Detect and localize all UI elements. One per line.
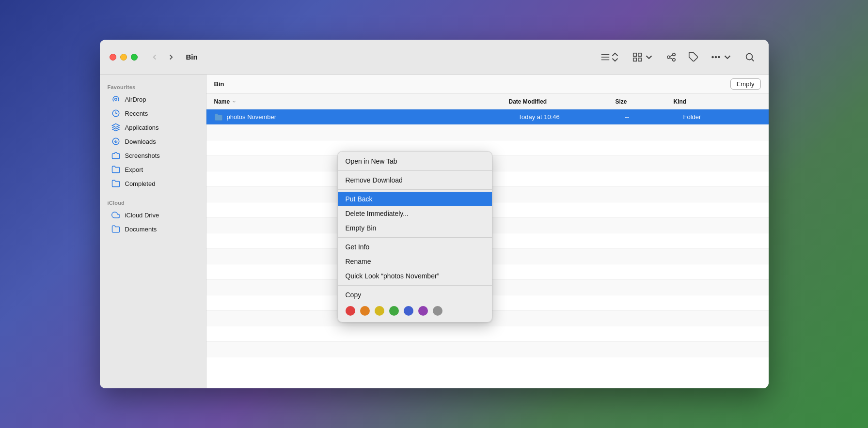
toolbar-actions bbox=[596, 49, 759, 65]
context-menu-separator2 bbox=[338, 189, 492, 190]
table-row[interactable]: photos November Today at 10:46 -- Folder bbox=[206, 109, 769, 125]
more-options-button[interactable] bbox=[707, 49, 737, 65]
color-dot-yellow[interactable] bbox=[375, 306, 384, 316]
table-row[interactable] bbox=[206, 125, 769, 140]
applications-label: Applications bbox=[125, 124, 159, 131]
file-kind: Folder bbox=[683, 113, 761, 121]
sidebar-item-completed[interactable]: Completed bbox=[104, 177, 202, 190]
sidebar-item-documents[interactable]: Documents bbox=[104, 222, 202, 236]
file-date: Today at 10:46 bbox=[519, 113, 625, 121]
completed-folder-icon bbox=[111, 179, 120, 188]
documents-label: Documents bbox=[125, 226, 157, 233]
name-column-header[interactable]: Name bbox=[214, 98, 509, 105]
favourites-label: Favourites bbox=[100, 80, 206, 92]
maximize-button[interactable] bbox=[131, 54, 138, 61]
file-name-cell: photos November bbox=[214, 113, 519, 122]
context-menu-quick-look[interactable]: Quick Look “photos November” bbox=[338, 269, 492, 283]
chevron-right-icon bbox=[167, 53, 175, 61]
file-list-header: Name Date Modified Size Kind bbox=[206, 94, 769, 109]
sidebar-item-recents[interactable]: Recents bbox=[104, 107, 202, 120]
back-button[interactable] bbox=[147, 51, 162, 63]
context-menu-separator4 bbox=[338, 285, 492, 286]
svg-point-10 bbox=[718, 56, 720, 58]
airdrop-icon bbox=[111, 95, 120, 104]
documents-folder-icon bbox=[111, 225, 120, 233]
recents-icon bbox=[111, 109, 120, 118]
export-folder-icon bbox=[111, 165, 120, 174]
empty-bin-button[interactable]: Empty bbox=[730, 78, 761, 90]
finder-window: Bin bbox=[100, 40, 769, 388]
icloud-label: iCloud bbox=[100, 196, 206, 208]
share-icon bbox=[666, 52, 677, 62]
export-label: Export bbox=[125, 166, 143, 173]
sort-icon bbox=[610, 52, 620, 62]
tag-button[interactable] bbox=[684, 49, 703, 65]
sidebar-item-airdrop[interactable]: AirDrop bbox=[104, 92, 202, 106]
color-dot-orange[interactable] bbox=[360, 306, 370, 316]
svg-rect-6 bbox=[638, 58, 641, 61]
color-dot-red[interactable] bbox=[346, 306, 355, 316]
window-title: Bin bbox=[186, 53, 198, 61]
color-label-dots bbox=[338, 302, 492, 320]
svg-rect-5 bbox=[633, 58, 636, 61]
file-size: -- bbox=[625, 113, 683, 121]
context-menu-copy[interactable]: Copy bbox=[338, 288, 492, 302]
toolbar: Bin bbox=[100, 40, 769, 75]
nav-buttons bbox=[147, 51, 178, 63]
sidebar-item-export[interactable]: Export bbox=[104, 163, 202, 176]
context-menu-get-info[interactable]: Get Info bbox=[338, 240, 492, 254]
date-column-header[interactable]: Date Modified bbox=[509, 98, 615, 105]
icloud-drive-label: iCloud Drive bbox=[125, 212, 159, 219]
grid-view-button[interactable] bbox=[628, 49, 658, 65]
svg-rect-3 bbox=[633, 53, 636, 56]
airdrop-label: AirDrop bbox=[125, 96, 146, 103]
context-menu-open-new-tab[interactable]: Open in New Tab bbox=[338, 154, 492, 168]
sidebar-item-downloads[interactable]: Downloads bbox=[104, 135, 202, 148]
context-menu-delete-immediately[interactable]: Delete Immediately... bbox=[338, 206, 492, 221]
chevron-down-icon bbox=[644, 52, 654, 62]
color-dot-blue[interactable] bbox=[404, 306, 413, 316]
sort-down-icon bbox=[232, 99, 237, 104]
size-column-header[interactable]: Size bbox=[615, 98, 674, 105]
sidebar-item-screenshots[interactable]: Screenshots bbox=[104, 149, 202, 162]
traffic-lights bbox=[110, 54, 138, 61]
list-view-icon bbox=[600, 52, 611, 62]
location-bar: Bin Empty bbox=[206, 75, 769, 94]
downloads-icon bbox=[111, 137, 120, 146]
color-dot-purple[interactable] bbox=[418, 306, 428, 316]
current-path: Bin bbox=[214, 80, 730, 88]
table-row[interactable] bbox=[206, 342, 769, 357]
sidebar: Favourites AirDrop Recents bbox=[100, 75, 206, 388]
more-icon bbox=[710, 52, 721, 62]
recents-label: Recents bbox=[125, 110, 148, 117]
context-menu-separator3 bbox=[338, 237, 492, 238]
svg-point-11 bbox=[746, 53, 752, 60]
search-button[interactable] bbox=[741, 49, 759, 65]
context-menu-separator bbox=[338, 170, 492, 171]
folder-icon bbox=[214, 113, 223, 122]
svg-point-13 bbox=[114, 98, 117, 101]
screenshots-label: Screenshots bbox=[125, 152, 160, 159]
sidebar-item-applications[interactable]: Applications bbox=[104, 121, 202, 134]
color-dot-gray[interactable] bbox=[433, 306, 442, 316]
table-row[interactable] bbox=[206, 326, 769, 342]
context-menu-remove-download[interactable]: Remove Download bbox=[338, 173, 492, 187]
context-menu-put-back[interactable]: Put Back bbox=[338, 192, 492, 206]
share-button[interactable] bbox=[662, 49, 680, 65]
context-menu: Open in New Tab Remove Download Put Back… bbox=[337, 151, 492, 322]
svg-point-9 bbox=[715, 56, 716, 58]
close-button[interactable] bbox=[110, 54, 116, 61]
file-name: photos November bbox=[227, 113, 277, 121]
minimize-button[interactable] bbox=[120, 54, 127, 61]
forward-button[interactable] bbox=[164, 51, 178, 63]
context-menu-empty-bin[interactable]: Empty Bin bbox=[338, 221, 492, 235]
sidebar-item-icloud-drive[interactable]: iCloud Drive bbox=[104, 208, 202, 222]
svg-line-12 bbox=[752, 59, 754, 61]
list-view-button[interactable] bbox=[596, 49, 624, 65]
color-dot-green[interactable] bbox=[389, 306, 399, 316]
grid-view-icon bbox=[632, 52, 643, 62]
kind-column-header[interactable]: Kind bbox=[674, 98, 751, 105]
applications-icon bbox=[111, 123, 120, 132]
chevron-left-icon bbox=[150, 53, 159, 61]
context-menu-rename[interactable]: Rename bbox=[338, 254, 492, 269]
